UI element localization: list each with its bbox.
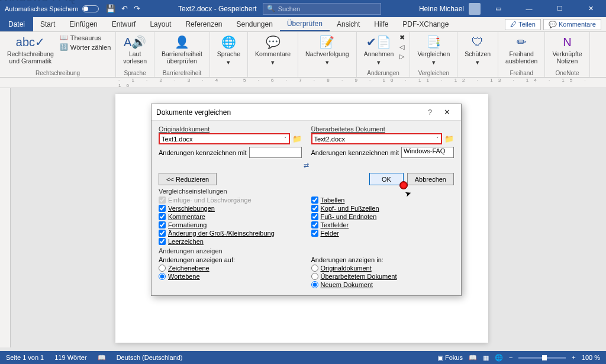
comments-ribbon-button[interactable]: 💬Kommentare▾ <box>253 34 293 67</box>
status-lang[interactable]: Deutsch (Deutschland) <box>117 354 183 361</box>
redo-icon[interactable]: ↷ <box>134 4 140 13</box>
view-print-icon[interactable]: ▦ <box>483 354 489 362</box>
chk-textbox[interactable]: Textfelder <box>311 221 454 228</box>
thesaurus-button[interactable]: 📖Thesaurus <box>60 34 111 41</box>
chk-headers[interactable]: Kopf- und Fußzeilen <box>311 205 454 212</box>
group-label: Barrierefreiheit <box>159 69 205 76</box>
chk-case[interactable]: Änderung der Groß-/Kleinschreibung <box>159 230 302 237</box>
status-words[interactable]: 119 Wörter <box>54 354 86 361</box>
tab-pdf[interactable]: PDF-XChange <box>395 17 456 31</box>
show-in-label: Änderungen anzeigen in: <box>311 256 454 263</box>
zoom-in-icon[interactable]: + <box>572 354 575 361</box>
comments-button[interactable]: 💬 Kommentare <box>543 19 601 30</box>
next-button[interactable]: ▷ <box>399 53 405 60</box>
group-label: Änderungen <box>362 69 405 76</box>
shield-icon: 🛡 <box>472 35 483 49</box>
zoom-out-icon[interactable]: − <box>509 354 512 361</box>
ink-button[interactable]: ✏Freihand ausblenden <box>503 34 540 66</box>
original-label: Originaldokument <box>159 125 302 133</box>
avatar[interactable] <box>469 3 481 15</box>
highlight-marker-icon <box>399 181 408 189</box>
compare-button[interactable]: 📑Vergleichen▾ <box>415 34 452 67</box>
ok-button[interactable]: OK ➤ <box>369 173 404 185</box>
tab-insert[interactable]: Einfügen <box>62 17 104 31</box>
tab-view[interactable]: Ansicht <box>330 17 367 31</box>
view-web-icon[interactable]: 🌐 <box>495 354 503 362</box>
status-page[interactable]: Seite 1 von 1 <box>6 354 44 361</box>
undo-icon[interactable]: ↶ <box>121 4 128 13</box>
reduce-button[interactable]: << Reduzieren <box>159 173 217 185</box>
tab-mailings[interactable]: Sendungen <box>230 17 280 31</box>
save-icon[interactable]: 💾 <box>106 4 115 13</box>
tab-design[interactable]: Entwurf <box>105 17 143 31</box>
status-proofing-icon[interactable]: 📖 <box>98 354 106 362</box>
browse-revised-button[interactable]: 📁 <box>444 134 454 143</box>
chevron-down-icon: ˅ <box>284 136 287 142</box>
focus-button[interactable]: ▣ Fokus <box>437 354 463 362</box>
chk-tables[interactable]: Tabellen <box>311 197 454 204</box>
speaker-icon: A🔊 <box>124 35 146 49</box>
rad-char[interactable]: Zeichenebene <box>159 265 302 272</box>
accept-button[interactable]: ✔📄Annehmen▾ <box>362 34 397 67</box>
chk-comments[interactable]: Kommentare <box>159 213 302 220</box>
onenote-button[interactable]: NVerknüpfte Notizen <box>550 34 584 66</box>
dialog-title: Dokumente vergleichen <box>156 108 422 117</box>
mark-original-input[interactable] <box>249 147 302 158</box>
mark-original-label: Änderungen kennzeichnen mit <box>159 149 247 156</box>
revised-combo[interactable]: Text2.docx˅ <box>311 133 443 144</box>
zoom-slider[interactable] <box>518 357 566 359</box>
dialog-close-button[interactable]: ✕ <box>438 108 456 117</box>
autosave-toggle[interactable]: Automatisches Speichern <box>5 5 99 12</box>
view-read-icon[interactable]: 📖 <box>469 354 477 362</box>
chk-format[interactable]: Formatierung <box>159 221 302 228</box>
chk-space[interactable]: Leerzeichen <box>159 238 302 245</box>
group-label <box>462 69 493 76</box>
onenote-icon: N <box>563 35 571 49</box>
file-tab[interactable]: Datei <box>0 17 33 31</box>
read-aloud-button[interactable]: A🔊Laut vorlesen <box>121 34 149 66</box>
cancel-button[interactable]: Abbrechen <box>407 173 454 185</box>
chk-foot[interactable]: Fuß- und Endnoten <box>311 213 454 220</box>
chk-fields[interactable]: Felder <box>311 230 454 237</box>
prev-button[interactable]: ◁ <box>399 43 405 51</box>
abc-icon: abc✓ <box>16 35 45 49</box>
help-button[interactable]: ? <box>422 108 438 117</box>
search-input[interactable]: 🔍 Suchen <box>263 3 381 15</box>
zoom-value[interactable]: 100 % <box>582 354 600 361</box>
tab-layout[interactable]: Layout <box>143 17 178 31</box>
book-icon: 📖 <box>60 34 68 41</box>
browse-original-button[interactable]: 📁 <box>292 134 302 143</box>
minimize-button[interactable]: — <box>516 0 542 17</box>
language-button[interactable]: 🌐Sprache▾ <box>215 34 243 67</box>
swap-button[interactable]: ⇄ <box>159 162 454 169</box>
document-title: Text2.docx - Gespeichert <box>178 5 257 13</box>
accessibility-icon: 👤 <box>175 35 189 49</box>
mark-revised-input[interactable]: Windows-FAQ <box>401 147 454 158</box>
tracking-button[interactable]: 📝Nachverfolgung▾ <box>303 34 352 67</box>
tab-references[interactable]: Referenzen <box>178 17 229 31</box>
rad-rev[interactable]: Überarbeitetem Dokument <box>311 273 454 280</box>
wordcount-button[interactable]: 🔢Wörter zählen <box>60 43 111 51</box>
rad-orig[interactable]: Originaldokument <box>311 265 454 272</box>
tab-start[interactable]: Start <box>33 17 62 31</box>
original-combo[interactable]: Text1.docx˅ <box>159 133 290 144</box>
protect-button[interactable]: 🛡Schützen▾ <box>462 34 493 67</box>
tab-help[interactable]: Hilfe <box>367 17 395 31</box>
share-button[interactable]: 🖊 Teilen <box>505 19 541 30</box>
chk-moves[interactable]: Verschiebungen <box>159 205 302 212</box>
reject-icon: ✖ <box>399 34 405 41</box>
reject-button[interactable]: ✖ <box>399 34 405 41</box>
pen-icon: ✏ <box>517 35 527 49</box>
show-header: Änderungen anzeigen <box>159 247 454 255</box>
group-label: Vergleichen <box>415 69 452 76</box>
rad-new[interactable]: Neuem Dokument <box>311 281 454 288</box>
close-button[interactable]: ✕ <box>578 0 604 17</box>
accessibility-button[interactable]: 👤Barrierefreiheit überprüfen <box>159 34 205 66</box>
ribbon-options-icon[interactable]: ▭ <box>485 0 511 17</box>
maximize-button[interactable]: ☐ <box>547 0 573 17</box>
group-label <box>215 69 243 76</box>
spelling-button[interactable]: abc✓Rechtschreibung und Grammatik <box>5 34 56 66</box>
rad-word[interactable]: Wortebene <box>159 273 302 280</box>
tab-review[interactable]: Überprüfen <box>280 17 330 31</box>
user-name[interactable]: Heine Michael <box>419 5 464 13</box>
